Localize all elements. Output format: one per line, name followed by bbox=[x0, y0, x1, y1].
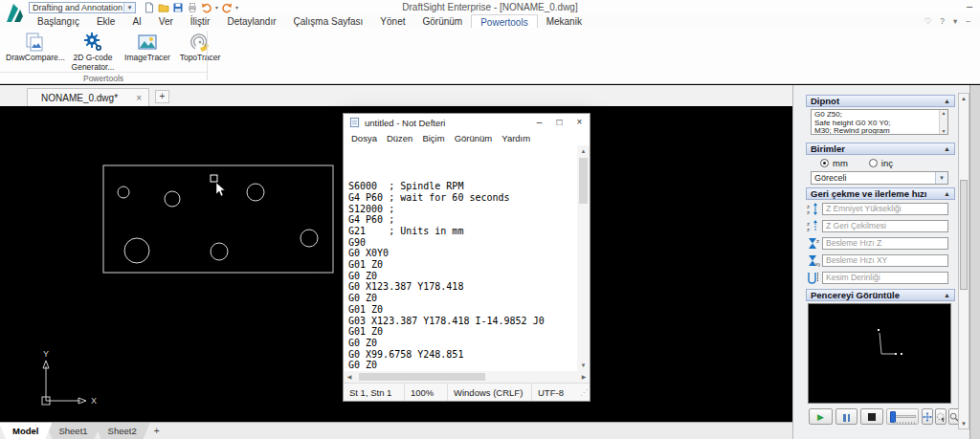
tab-sheet2[interactable]: Sheet2 bbox=[95, 423, 150, 439]
z-retract-input[interactable] bbox=[822, 220, 948, 232]
add-sheet-button[interactable]: + bbox=[150, 423, 160, 439]
imagetracer-button[interactable]: ImageTracer bbox=[121, 31, 174, 64]
titlebar: Drafting and Annotation ▾ ▾ bbox=[0, 0, 980, 14]
field-feed-xy: xy bbox=[807, 253, 948, 267]
scrollbar-thumb[interactable] bbox=[359, 373, 485, 381]
document-tab[interactable]: NONAME_0.dwg* × bbox=[27, 88, 149, 106]
scroll-down-icon[interactable]: ▼ bbox=[959, 419, 969, 428]
draftsight-logo-icon bbox=[2, 1, 25, 26]
collapse-icon[interactable]: ▲ bbox=[944, 290, 950, 300]
pause-button[interactable] bbox=[835, 408, 858, 425]
save-icon[interactable] bbox=[172, 2, 184, 13]
ribbon-tab[interactable]: AI bbox=[123, 14, 149, 28]
notepad-text-area[interactable]: S6000 ; Spindle RPMG4 P60 ; wait for 60 … bbox=[344, 145, 590, 371]
notepad-titlebar[interactable]: untitled - Not Defteri – □ × bbox=[344, 114, 590, 131]
pan-button[interactable] bbox=[922, 408, 933, 425]
chevron-down-icon[interactable]: ▾ bbox=[953, 16, 957, 26]
notepad-menu-item[interactable]: Görünüm bbox=[450, 133, 498, 143]
notepad-menu-item[interactable]: Dosya bbox=[346, 133, 382, 143]
close-icon[interactable]: × bbox=[569, 114, 590, 131]
section-header-dipnot[interactable]: Dipnot ▲ bbox=[806, 95, 955, 107]
scroll-up-icon[interactable]: ▲ bbox=[940, 110, 947, 116]
workspace-selector[interactable]: Drafting and Annotation ▾ bbox=[29, 2, 136, 13]
gcode-line: G4 P60 ; bbox=[348, 214, 590, 226]
section-header-birimler[interactable]: Birimler ▲ bbox=[806, 143, 955, 155]
coordinate-mode-dropdown[interactable]: Göreceli ▾ bbox=[811, 171, 948, 185]
play-button[interactable]: ▶ bbox=[809, 408, 833, 425]
gcode-line: S12000 ; bbox=[348, 204, 590, 215]
ribbon-tab[interactable]: Ver bbox=[150, 14, 182, 28]
ribbon-tab[interactable]: Mekanik bbox=[538, 14, 590, 28]
ribbon-tab[interactable]: Ekle bbox=[88, 14, 123, 28]
collapse-ribbon-icon[interactable]: – bbox=[966, 16, 970, 26]
scrollbar-thumb[interactable] bbox=[579, 158, 588, 204]
redo-caret-icon[interactable]: ▾ bbox=[235, 4, 238, 11]
collapse-icon[interactable]: ▲ bbox=[944, 143, 950, 154]
ribbon-tab[interactable]: İliştir bbox=[182, 14, 219, 28]
undo-icon[interactable] bbox=[201, 2, 212, 13]
scroll-up-icon[interactable]: ▲ bbox=[577, 145, 590, 157]
new-document-tab-button[interactable]: + bbox=[155, 90, 169, 103]
tab-sheet1[interactable]: Sheet1 bbox=[45, 423, 100, 439]
notepad-window[interactable]: untitled - Not Defteri – □ × DosyaDüzenB… bbox=[343, 113, 590, 402]
toolpath-preview[interactable] bbox=[808, 303, 951, 404]
undo-caret-icon[interactable]: ▾ bbox=[215, 4, 218, 11]
gcode-generator-button[interactable]: 2D G-code Generator... bbox=[65, 31, 121, 73]
scrollbar-thumb[interactable] bbox=[960, 180, 968, 290]
drawcompare-button[interactable]: DrawCompare... bbox=[4, 31, 65, 64]
scroll-down-icon[interactable]: ▼ bbox=[577, 360, 590, 371]
notepad-vertical-scrollbar[interactable]: ▲ ▼ bbox=[577, 145, 590, 371]
print-icon[interactable] bbox=[187, 2, 198, 13]
window-minimize-button[interactable]: – bbox=[967, 0, 972, 11]
tab-model[interactable]: Model bbox=[0, 423, 52, 439]
scroll-down-icon[interactable]: ▼ bbox=[940, 128, 947, 134]
drawing-circle bbox=[124, 238, 149, 263]
topotracer-button[interactable]: TopoTracer bbox=[174, 31, 226, 64]
speed-slider[interactable] bbox=[886, 408, 919, 425]
mini-scrollbar[interactable]: ▲ ▼ bbox=[939, 110, 947, 134]
footer-gcode-input[interactable]: G0 Z50;Safe height G0 X0 Y0;M30; Rewind … bbox=[811, 109, 948, 135]
panel-scrollbar[interactable]: ▲ ▼ bbox=[958, 93, 969, 429]
open-folder-icon[interactable] bbox=[158, 2, 169, 13]
ribbon-tab[interactable]: Görünüm bbox=[414, 14, 472, 28]
notepad-horizontal-scrollbar[interactable]: ◀ ▶ bbox=[344, 371, 590, 383]
close-icon[interactable]: × bbox=[133, 93, 145, 103]
collapse-icon[interactable]: ▲ bbox=[944, 96, 950, 106]
collapsed-palette-strip[interactable] bbox=[969, 85, 980, 439]
stop-button[interactable] bbox=[860, 408, 883, 425]
ribbon-tab[interactable]: Başlangıç bbox=[29, 14, 88, 28]
collapse-icon[interactable]: ▲ bbox=[944, 188, 950, 199]
z-safety-input[interactable] bbox=[822, 203, 948, 215]
minimize-icon[interactable]: – bbox=[529, 114, 549, 131]
maximize-icon[interactable]: □ bbox=[549, 114, 569, 131]
notepad-menu-item[interactable]: Biçim bbox=[417, 133, 449, 143]
radio-mm[interactable]: mm bbox=[820, 158, 848, 168]
section-header-feeds[interactable]: Geri çekme ve ilerleme hızı ▲ bbox=[806, 187, 955, 200]
ribbon-tab[interactable]: Powertools bbox=[471, 14, 537, 28]
feedback-icon[interactable]: ♡ bbox=[924, 16, 932, 26]
resize-grip-icon[interactable]: ⋰ bbox=[580, 388, 590, 397]
scroll-right-icon[interactable]: ▶ bbox=[578, 371, 590, 383]
chevron-down-icon[interactable]: ▾ bbox=[935, 172, 947, 184]
notepad-menubar: DosyaDüzenBiçimGörünümYardım bbox=[344, 131, 590, 145]
scroll-up-icon[interactable]: ▲ bbox=[959, 94, 969, 103]
chevron-down-icon[interactable]: ▾ bbox=[123, 3, 135, 12]
ribbon-tab[interactable]: Çalışma Sayfası bbox=[285, 14, 372, 28]
cut-depth-input[interactable] bbox=[822, 272, 948, 284]
notepad-menu-item[interactable]: Düzen bbox=[382, 133, 417, 143]
zoom-level: 100% bbox=[405, 384, 448, 401]
scroll-left-icon[interactable]: ◀ bbox=[344, 371, 355, 383]
ribbon-tab[interactable]: Detaylandır bbox=[218, 14, 284, 28]
new-document-icon[interactable] bbox=[144, 2, 155, 13]
ribbon-tab[interactable]: Yönet bbox=[371, 14, 413, 28]
section-header-preview[interactable]: Pencereyi Görüntüle ▲ bbox=[806, 289, 955, 301]
notepad-menu-item[interactable]: Yardım bbox=[497, 133, 535, 143]
feed-rate-xy-input[interactable] bbox=[822, 254, 948, 267]
drawing-canvas[interactable]: Y X untitled - Not Defteri – □ × bbox=[0, 106, 792, 422]
feed-rate-z-input[interactable] bbox=[822, 237, 948, 250]
help-icon[interactable]: ? bbox=[940, 16, 945, 26]
zoom-window-button[interactable] bbox=[935, 408, 947, 425]
redo-icon[interactable] bbox=[221, 2, 233, 13]
field-z-safety: zz bbox=[807, 202, 948, 215]
radio-inch[interactable]: inç bbox=[869, 158, 893, 168]
